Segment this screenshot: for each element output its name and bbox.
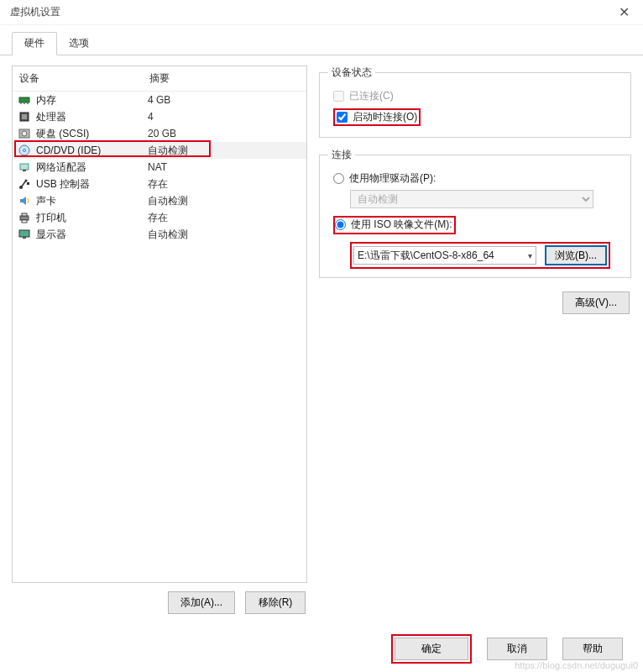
device-status-legend: 设备状态 (328, 66, 375, 80)
device-list-header: 设备 摘要 (13, 66, 306, 92)
browse-button[interactable]: 浏览(B)... (545, 245, 607, 265)
device-list[interactable]: 内存4 GB处理器4硬盘 (SCSI)20 GBCD/DVD (IDE)自动检测… (13, 92, 306, 582)
help-button[interactable]: 帮助 (562, 638, 623, 660)
device-list-box: 设备 摘要 内存4 GB处理器4硬盘 (SCSI)20 GBCD/DVD (ID… (12, 66, 307, 583)
device-summary: 存在 (148, 211, 301, 225)
iso-radio-label: 使用 ISO 映像文件(M): (351, 218, 452, 232)
device-label: 内存 (36, 93, 148, 108)
physical-drive-select: 自动检测 (350, 190, 593, 208)
device-summary: 4 (148, 111, 301, 123)
chevron-down-icon: ▾ (528, 251, 532, 260)
cd-icon (18, 144, 31, 157)
device-row-display[interactable]: 显示器自动检测 (13, 226, 306, 243)
iso-path-combo[interactable]: E:\迅雷下载\CentOS-8-x86_64 ▾ (353, 246, 536, 265)
tab-options[interactable]: 选项 (57, 33, 101, 55)
connected-label: 已连接(C) (349, 89, 394, 103)
svg-rect-5 (22, 114, 27, 119)
connected-checkbox (333, 91, 344, 102)
device-row-disk[interactable]: 硬盘 (SCSI)20 GB (13, 125, 306, 142)
dialog-buttons: 确定 取消 帮助 (391, 634, 623, 664)
tab-hardware[interactable]: 硬件 (12, 32, 57, 55)
svg-rect-15 (20, 216, 29, 220)
physical-drive-radio[interactable] (333, 173, 344, 184)
usb-icon (18, 177, 31, 191)
svg-rect-1 (20, 102, 22, 104)
iso-path-value: E:\迅雷下载\CentOS-8-x86_64 (358, 249, 528, 263)
physical-drive-label: 使用物理驱动器(P): (349, 171, 436, 186)
device-summary: 4 GB (148, 94, 301, 106)
device-label: 显示器 (36, 228, 148, 242)
device-row-cddvd[interactable]: CD/DVD (IDE)自动检测 (13, 142, 306, 159)
iso-radio[interactable] (335, 219, 346, 230)
device-label: 声卡 (36, 194, 148, 208)
device-summary: 自动检测 (148, 144, 301, 158)
connection-group: 连接 使用物理驱动器(P): 自动检测 使用 ISO 映像文件(M): (319, 148, 631, 278)
svg-rect-10 (20, 164, 29, 170)
connection-legend: 连接 (328, 148, 355, 162)
svg-rect-19 (23, 237, 26, 239)
col-device: 设备 (19, 71, 149, 86)
device-summary: NAT (148, 161, 301, 173)
svg-rect-16 (22, 213, 27, 216)
device-row-memory[interactable]: 内存4 GB (13, 92, 306, 108)
device-label: 打印机 (36, 211, 148, 225)
device-row-sound[interactable]: 声卡自动检测 (13, 192, 306, 209)
close-icon[interactable]: ✕ (614, 4, 635, 21)
disk-icon (18, 127, 31, 140)
connect-poweron-label: 启动时连接(O) (353, 110, 417, 124)
cpu-icon (18, 110, 31, 123)
ram-icon (18, 93, 31, 107)
svg-point-13 (25, 180, 28, 182)
device-summary: 自动检测 (148, 194, 301, 208)
add-button[interactable]: 添加(A)... (168, 591, 235, 614)
svg-rect-3 (27, 102, 29, 104)
svg-rect-2 (24, 102, 25, 104)
svg-rect-0 (19, 97, 29, 102)
device-label: USB 控制器 (36, 177, 148, 192)
advanced-button[interactable]: 高级(V)... (562, 291, 630, 314)
svg-rect-14 (27, 182, 29, 185)
device-row-cpu[interactable]: 处理器4 (13, 108, 306, 125)
device-label: 硬盘 (SCSI) (36, 127, 148, 141)
net-icon (18, 160, 31, 174)
ok-button[interactable]: 确定 (395, 638, 468, 660)
svg-rect-17 (22, 220, 27, 223)
sound-icon (18, 194, 31, 207)
svg-point-7 (22, 131, 27, 136)
device-row-net[interactable]: 网络适配器NAT (13, 159, 306, 176)
printer-icon (18, 211, 31, 224)
device-label: CD/DVD (IDE) (36, 144, 148, 156)
svg-rect-18 (19, 230, 29, 237)
device-row-printer[interactable]: 打印机存在 (13, 209, 306, 226)
col-summary: 摘要 (149, 71, 170, 86)
device-label: 处理器 (36, 110, 148, 124)
physical-drive-row[interactable]: 使用物理驱动器(P): (328, 169, 622, 188)
iso-radio-row[interactable]: 使用 ISO 映像文件(M): (335, 218, 452, 232)
svg-rect-11 (23, 170, 26, 171)
svg-point-9 (24, 150, 26, 152)
device-row-usb[interactable]: USB 控制器存在 (13, 176, 306, 192)
device-summary: 20 GB (148, 128, 301, 139)
remove-button[interactable]: 移除(R) (245, 591, 306, 614)
connected-checkbox-row: 已连接(C) (328, 87, 622, 106)
device-summary: 自动检测 (148, 228, 301, 242)
window-title: 虚拟机设置 (10, 5, 60, 19)
device-status-group: 设备状态 已连接(C) 启动时连接(O) (319, 66, 631, 138)
connect-poweron-checkbox[interactable] (337, 112, 348, 123)
cancel-button[interactable]: 取消 (487, 638, 547, 660)
device-summary: 存在 (148, 177, 301, 192)
device-label: 网络适配器 (36, 160, 148, 175)
display-icon (18, 228, 31, 241)
tab-bar: 硬件 选项 (0, 25, 643, 55)
